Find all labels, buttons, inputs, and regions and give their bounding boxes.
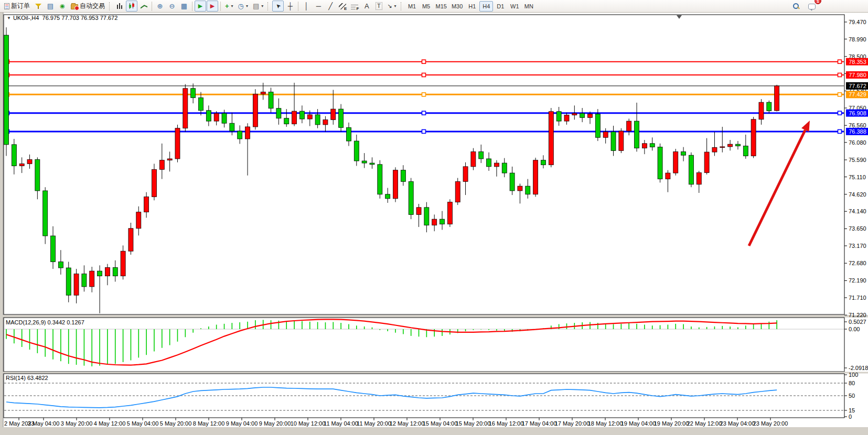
timeframe-h4[interactable]: H4 — [479, 1, 493, 12]
arrows-tool-button[interactable]: ↘ ▾ — [385, 1, 398, 12]
candle-body — [681, 151, 686, 155]
fibonacci-button[interactable]: F — [349, 1, 360, 12]
candle-body — [74, 274, 79, 296]
line-marker[interactable] — [838, 60, 842, 63]
price-badge-label: 77.672 — [849, 83, 866, 89]
timeframe-m30[interactable]: M30 — [449, 1, 465, 12]
time-label: 3 May 20:00 — [61, 420, 93, 427]
crosshair-icon: ┼ — [288, 3, 293, 9]
auto-scroll-button[interactable]: ▶ — [195, 1, 206, 12]
price-badge-label: 77.980 — [849, 72, 866, 78]
cursor-button[interactable]: ➤ — [272, 1, 284, 12]
candle-body — [152, 169, 156, 197]
timeframe-w1[interactable]: W1 — [508, 1, 521, 12]
timeframe-m5[interactable]: M5 — [420, 1, 433, 12]
line-marker[interactable] — [422, 60, 426, 63]
price-tick-label: 75.110 — [849, 174, 866, 180]
timeframe-d1[interactable]: D1 — [494, 1, 507, 12]
time-label: 15 May 04:00 — [423, 420, 458, 427]
vertical-line-icon: │ — [304, 3, 308, 9]
line-marker[interactable] — [838, 73, 842, 77]
channel-button[interactable]: E — [337, 1, 348, 12]
line-marker[interactable] — [838, 129, 842, 133]
time-label: 9 May 20:00 — [259, 420, 291, 427]
candle-body — [370, 163, 374, 165]
chart-shift-button[interactable]: ▶ — [207, 1, 218, 12]
price-chart[interactable]: 79.47078.99078.50078.02077.53077.05076.5… — [0, 13, 868, 435]
chat-button[interactable]: 1 — [806, 1, 818, 12]
arrows-tool-icon: ↘ — [387, 3, 392, 9]
time-label: 18 May 12:00 — [588, 420, 623, 427]
candle-body — [494, 163, 499, 167]
price-tick-label: 73.650 — [849, 225, 866, 232]
line-chart-button[interactable] — [138, 1, 149, 12]
periods-button[interactable]: ◷ ▾ — [236, 1, 250, 12]
fibonacci-icon: F — [351, 3, 358, 9]
crosshair-button[interactable]: ┼ — [284, 1, 296, 12]
candle-body — [299, 111, 304, 119]
line-marker[interactable] — [422, 73, 426, 77]
add-indicator-icon: + — [225, 3, 229, 9]
signals-button[interactable]: ◉ — [57, 1, 68, 12]
candlestick-chart-button[interactable] — [126, 1, 137, 12]
line-marker[interactable] — [838, 111, 842, 115]
text-label-icon: T — [376, 2, 382, 10]
line-marker[interactable] — [422, 129, 426, 133]
candle-body — [191, 89, 196, 98]
candle-body — [378, 165, 382, 194]
timeframe-m1[interactable]: M1 — [405, 1, 419, 12]
toolbar-grip — [401, 2, 403, 10]
time-label: 5 May 04:00 — [127, 420, 159, 427]
candle-body — [362, 161, 367, 163]
timeframe-m15[interactable]: M15 — [434, 1, 449, 12]
zoom-in-button[interactable]: ⊕ — [154, 1, 166, 12]
line-marker[interactable] — [422, 93, 426, 96]
panel-separator[interactable] — [0, 315, 868, 318]
tile-windows-button[interactable]: ▦ — [178, 1, 190, 12]
time-label: 19 May 20:00 — [654, 420, 689, 427]
zoom-out-button[interactable]: ⊖ — [166, 1, 178, 12]
timeframe-mn[interactable]: MN — [522, 1, 535, 12]
data-window-button[interactable]: ▤ — [45, 1, 56, 12]
candle-body — [666, 173, 670, 179]
timeframe-h1[interactable]: H1 — [465, 1, 479, 12]
price-badge-label: 77.429 — [849, 91, 866, 97]
autotrade-button[interactable]: 自动交易 — [69, 1, 107, 12]
candle-body — [167, 159, 172, 160]
bar-chart-button[interactable] — [114, 1, 125, 12]
candle-body — [409, 181, 413, 214]
vertical-line-button[interactable]: │ — [301, 1, 312, 12]
candle-body — [261, 92, 265, 94]
candle-body — [98, 271, 102, 276]
toolbar-grip — [109, 2, 112, 10]
symbols-button[interactable] — [33, 1, 44, 12]
candle-body — [245, 127, 250, 139]
text-label-button[interactable]: T — [373, 1, 384, 12]
time-label: 12 May 12:00 — [390, 420, 425, 427]
time-label: 17 May 20:00 — [555, 420, 590, 427]
new-order-button[interactable]: 新订单 — [2, 1, 32, 12]
candle-body — [4, 35, 9, 145]
time-label: 11 May 20:00 — [357, 420, 391, 427]
candlestick-ic_icon — [128, 3, 135, 9]
indicators-button[interactable]: + ▾ — [223, 1, 235, 12]
toolbar: 新订单 ▤ ◉ 自动交易 ⊕ ⊖ ▦ — [0, 0, 868, 13]
candle-body — [416, 208, 421, 215]
panel-separator[interactable] — [0, 372, 868, 374]
candle-body — [502, 163, 507, 173]
chart-shift-icon: ▶ — [210, 3, 215, 9]
templates-button[interactable]: ▤ ▾ — [251, 1, 265, 12]
candle-body — [440, 219, 445, 224]
text-tool-button[interactable]: A — [361, 1, 372, 12]
horizontal-line-button[interactable]: ─ — [313, 1, 324, 12]
line-marker[interactable] — [838, 93, 842, 96]
search-button[interactable] — [790, 1, 802, 12]
rsi-scale-label: 0 — [849, 414, 852, 420]
candle-body — [463, 167, 468, 181]
candle-body — [393, 170, 398, 199]
trendline-button[interactable]: ╱ — [325, 1, 336, 12]
candle-body — [479, 151, 484, 159]
line-marker[interactable] — [422, 111, 426, 115]
candle-body — [292, 111, 297, 124]
candle-body — [564, 115, 569, 122]
